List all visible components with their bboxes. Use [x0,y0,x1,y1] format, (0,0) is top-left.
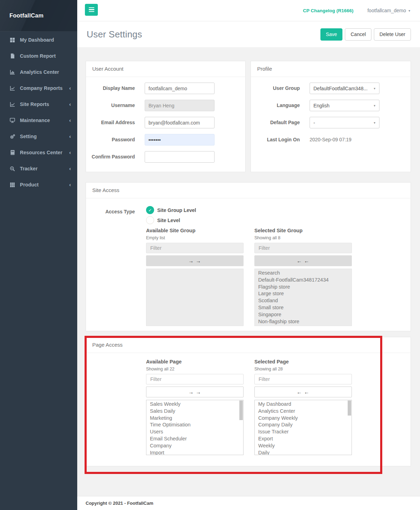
list-item[interactable]: Non-flagship store [255,318,352,325]
list-item[interactable]: Research [255,270,352,277]
dashboard-icon [9,37,15,43]
radio-site-level[interactable]: Site Level [146,216,196,224]
chevron-left-icon: ‹ [69,85,71,91]
display-name-input[interactable] [145,83,215,94]
list-item[interactable]: Large store [255,290,352,297]
list-item[interactable]: Daily [255,449,352,455]
user-account-panel: User Account Display Name Username Email… [86,61,246,172]
page-title: User Settings [87,29,142,40]
save-button[interactable]: Save [320,28,343,41]
user-menu-dropdown[interactable]: footfallcam_demo ▾ [367,8,410,13]
sidebar-item-site-reports[interactable]: Site Reports ‹ [0,96,77,112]
sidebar-item-label: Analytics Center [20,69,71,75]
chevron-left-icon: ‹ [69,118,71,123]
column-title: Selected Page [254,359,352,364]
book-icon [9,150,15,155]
delete-user-button[interactable]: Delete User [374,28,411,41]
filter-input[interactable] [254,374,352,384]
caret-down-icon: ▾ [408,9,410,13]
filter-input[interactable] [146,374,244,384]
filter-input[interactable] [146,243,244,253]
scrollbar-thumb[interactable] [239,401,243,420]
list-item[interactable]: Marketing [146,415,243,422]
confirm-password-input[interactable] [145,151,215,163]
radio-unchecked-icon[interactable] [146,216,154,224]
column-title: Selected Site Group [254,228,352,233]
email-input[interactable] [145,117,215,128]
list-item[interactable]: Sales Daily [146,408,243,415]
hamburger-menu-button[interactable] [85,4,98,16]
grid-icon [9,182,15,187]
radio-checked-icon[interactable]: ✓ [146,206,154,214]
chevron-left-icon: ‹ [69,166,71,171]
main-column: CP Changelog (R1666) footfallcam_demo ▾ … [77,0,420,510]
password-label: Password [86,134,135,146]
sidebar-item-analytics-center[interactable]: Analytics Center [0,64,77,80]
available-site-group-list[interactable] [146,269,244,326]
list-item[interactable]: Issue Tracker [255,428,352,435]
available-page-list[interactable]: Sales WeeklySales DailyMarketingTime Opt… [146,400,244,455]
scrollbar-thumb[interactable] [348,401,351,416]
list-item[interactable]: Company Weekly [255,415,352,422]
list-item[interactable]: Import [146,449,243,455]
list-item[interactable]: Weekly [255,442,352,449]
sidebar-item-setting[interactable]: Setting ‹ [0,128,77,144]
list-item[interactable]: Company [146,442,243,449]
sidebar-item-label: Setting [20,134,69,139]
sidebar-item-tracker[interactable]: Tracker ‹ [0,161,77,177]
move-right-button[interactable]: → → [146,255,244,266]
sidebar-item-company-reports[interactable]: Company Reports ‹ [0,80,77,96]
selected-page-column: Selected Page Showing all 28 ← ← My Dash… [254,359,352,455]
list-item[interactable]: Export [255,435,352,442]
default-page-select[interactable]: - ▼ [310,117,379,128]
last-login-value: 2020-Sep-09 07:19 [310,134,352,146]
column-count: Showing all 28 [254,367,352,371]
cancel-button[interactable]: Cancel [345,28,371,41]
panel-title: Profile [251,61,411,77]
language-select[interactable]: English ▼ [310,100,379,111]
move-left-button[interactable]: ← ← [254,387,352,397]
sidebar-item-custom-report[interactable]: Custom Report [0,48,77,64]
sidebar-item-my-dashboard[interactable]: My Dashboard [0,32,77,48]
list-item[interactable]: Sales Weekly [146,401,243,408]
display-name-label: Display Name [86,83,135,94]
sidebar-item-maintenance[interactable]: Maintenance ‹ [0,112,77,128]
selected-page-list[interactable]: My DashboardAnalytics CenterCompany Week… [254,400,352,455]
sidebar-item-resources-center[interactable]: Resources Center ‹ [0,144,77,161]
monitor-icon [9,118,15,123]
password-input[interactable] [145,134,215,146]
move-right-button[interactable]: → → [146,387,244,397]
column-count: Showing all 22 [146,367,244,371]
column-count: Empty list [146,235,244,240]
sidebar-item-label: Site Reports [20,101,69,107]
content-area: User Account Display Name Username Email… [77,47,420,466]
changelog-link[interactable]: CP Changelog (R1666) [303,8,354,13]
default-page-label: Default Page [251,117,300,128]
filter-input[interactable] [254,243,352,253]
list-item[interactable]: My Dashboard [255,401,352,408]
list-item[interactable]: Singapore [255,311,352,318]
list-item[interactable]: Flagship store [255,284,352,291]
list-item[interactable]: Analytics Center [255,408,352,415]
list-item[interactable]: Users [146,428,243,435]
list-item[interactable]: Default-FootfallCam348172434 [255,277,352,284]
list-item[interactable]: Time Optimisation [146,422,243,428]
list-item[interactable]: Company Daily [255,422,352,428]
topbar: CP Changelog (R1666) footfallcam_demo ▾ [77,0,420,21]
move-left-button[interactable]: ← ← [254,255,352,266]
select-caret-icon: ▼ [373,121,376,124]
list-item[interactable]: Email Scheduler [146,435,243,442]
sidebar-item-label: Product [20,182,69,187]
column-title: Available Site Group [146,228,244,233]
radio-site-group-level[interactable]: ✓ Site Group Level [146,206,196,214]
language-value: English [313,103,330,108]
confirm-password-label: Confirm Password [86,151,135,163]
user-group-select[interactable]: DefaultFootfallCam348... ▼ [310,83,379,94]
list-item[interactable]: Small store [255,304,352,311]
copyright-text: Copyright © 2021 - FootfallCam [86,501,153,506]
brand-logo[interactable]: FootfallCam [0,0,77,31]
sidebar-item-product[interactable]: Product ‹ [0,177,77,193]
list-item[interactable]: Scotland [255,297,352,304]
selected-site-group-list[interactable]: ResearchDefault-FootfallCam348172434Flag… [254,269,352,326]
sidebar-item-label: Maintenance [20,118,69,123]
